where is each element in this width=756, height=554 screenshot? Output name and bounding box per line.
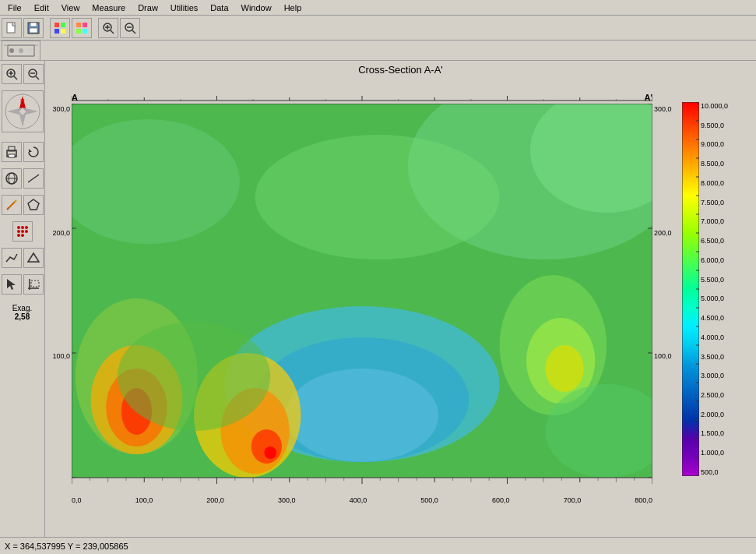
svg-point-94 — [251, 429, 282, 464]
path-btn[interactable] — [2, 248, 22, 268]
svg-point-98 — [546, 345, 584, 392]
svg-marker-49 — [28, 199, 39, 210]
rotate-button[interactable] — [2, 41, 40, 61]
svg-point-50 — [17, 226, 20, 229]
chart-with-legend: A A' — [48, 79, 753, 534]
svg-point-23 — [19, 48, 23, 53]
menu-window[interactable]: Window — [235, 2, 278, 14]
zoom-in-button[interactable] — [98, 18, 118, 38]
svg-marker-36 — [23, 108, 38, 115]
heatmap[interactable] — [72, 104, 652, 478]
bottom-ruler — [72, 478, 652, 493]
zoom-in-left[interactable] — [2, 64, 22, 84]
svg-line-47 — [15, 200, 16, 202]
menu-draw[interactable]: Draw — [132, 2, 164, 14]
svg-rect-6 — [55, 29, 59, 34]
svg-line-13 — [111, 30, 114, 34]
svg-marker-41 — [29, 149, 32, 152]
zoom-out-left[interactable] — [23, 64, 44, 84]
legend: 10.000,0 9.500,0 9.000,0 8.500,0 8.000,0… — [679, 79, 753, 534]
section-label-a: A — [72, 93, 78, 102]
chart-title: Cross-Section A-A' — [48, 64, 753, 76]
svg-rect-10 — [76, 29, 81, 34]
line-btn[interactable] — [23, 168, 44, 189]
menubar: File Edit View Measure Draw Utilities Da… — [0, 0, 756, 16]
svg-line-45 — [28, 175, 39, 182]
statusbar: X = 364,537995 Y = 239,005865 — [0, 537, 756, 554]
menu-utilities[interactable]: Utilities — [164, 2, 204, 14]
svg-rect-62 — [31, 281, 39, 287]
svg-line-17 — [132, 30, 135, 34]
cursor-btn[interactable] — [2, 274, 22, 295]
svg-point-22 — [9, 48, 14, 53]
svg-rect-40 — [9, 154, 15, 157]
svg-marker-59 — [7, 279, 16, 290]
svg-rect-7 — [61, 29, 65, 34]
exag-label: Exag. 2,58 — [12, 304, 33, 321]
menu-edit[interactable]: Edit — [28, 2, 55, 14]
svg-rect-8 — [76, 23, 81, 27]
svg-marker-58 — [28, 253, 39, 262]
svg-point-100 — [118, 322, 270, 431]
shape-btn[interactable] — [23, 248, 44, 268]
y-axis-right: 300,0 200,0 100,0 — [652, 104, 676, 478]
svg-rect-11 — [83, 29, 87, 34]
print-left[interactable] — [2, 142, 22, 162]
top-ruler — [72, 93, 652, 102]
menu-data[interactable]: Data — [204, 2, 234, 14]
main-area: N — [0, 61, 756, 537]
section-label-aprime: A' — [644, 93, 652, 102]
left-toolbar: N — [0, 61, 45, 537]
svg-point-51 — [17, 230, 20, 233]
zoom-out-button[interactable] — [120, 18, 140, 38]
svg-point-55 — [21, 234, 24, 237]
legend-colorbar — [682, 102, 699, 476]
menu-file[interactable]: File — [2, 2, 28, 14]
rotate-wide[interactable]: N — [2, 90, 44, 132]
menu-help[interactable]: Help — [278, 2, 308, 14]
sphere-btn[interactable] — [2, 168, 22, 189]
crop-btn[interactable] — [23, 274, 44, 295]
svg-rect-4 — [55, 23, 59, 27]
svg-point-57 — [25, 230, 28, 233]
polygon-btn[interactable] — [23, 195, 44, 215]
svg-text:N: N — [20, 97, 25, 104]
svg-point-24 — [28, 48, 33, 53]
menu-view[interactable]: View — [55, 2, 86, 14]
svg-line-26 — [14, 76, 17, 79]
svg-rect-2 — [30, 23, 37, 26]
svg-point-53 — [21, 226, 24, 229]
grid2-button[interactable] — [72, 18, 92, 38]
save-button[interactable] — [23, 18, 44, 38]
chart-area[interactable]: A A' — [48, 79, 676, 534]
coordinates: X = 364,537995 Y = 239,005865 — [5, 542, 128, 551]
pencil-btn[interactable] — [2, 195, 22, 215]
grid1-button[interactable] — [50, 18, 70, 38]
toolbar2 — [0, 41, 756, 61]
svg-point-87 — [286, 369, 438, 462]
refresh-left[interactable] — [23, 142, 44, 162]
svg-point-52 — [17, 234, 20, 237]
new-button[interactable] — [2, 18, 22, 38]
svg-point-56 — [25, 226, 28, 229]
svg-rect-5 — [61, 23, 65, 27]
menu-measure[interactable]: Measure — [86, 2, 132, 14]
svg-rect-9 — [83, 23, 87, 27]
svg-point-101 — [255, 135, 500, 259]
svg-line-30 — [36, 76, 39, 79]
svg-rect-3 — [30, 28, 37, 33]
y-axis-left: 300,0 200,0 100,0 — [48, 104, 72, 478]
svg-marker-35 — [7, 108, 23, 115]
x-axis-labels: 0,0 100,0 200,0 300,0 400,0 500,0 600,0 … — [72, 496, 652, 504]
dots-btn[interactable] — [12, 221, 33, 242]
chart-container: Cross-Section A-A' A A' — [45, 61, 756, 537]
legend-labels: 10.000,0 9.500,0 9.000,0 8.500,0 8.000,0… — [701, 102, 728, 476]
svg-point-95 — [264, 446, 276, 459]
svg-point-54 — [21, 230, 24, 233]
main-toolbar — [0, 16, 756, 41]
